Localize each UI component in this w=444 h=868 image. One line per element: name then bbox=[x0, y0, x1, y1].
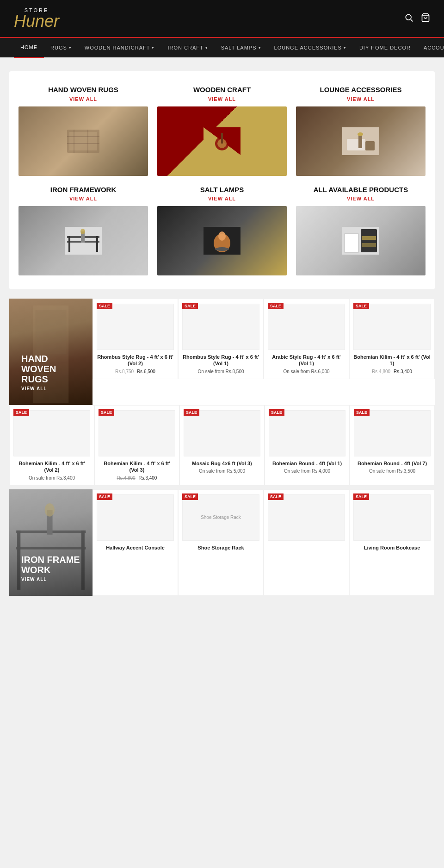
category-img-salt bbox=[157, 206, 287, 275]
product-image bbox=[353, 494, 431, 541]
product-iron-3[interactable]: SALE bbox=[264, 489, 349, 596]
svg-rect-13 bbox=[221, 133, 223, 144]
product-mosaic[interactable]: SALE Mosaic Rug 4x6 ft (Vol 3) On sale f… bbox=[179, 405, 265, 486]
product-shoe-storage[interactable]: SALE Shoe Storage Rack Shoe Storage Rack bbox=[178, 489, 264, 596]
category-title-rugs: HAND WOVEN RUGS bbox=[18, 85, 148, 94]
product-name: Shoe Storage Rack bbox=[182, 544, 259, 551]
chevron-down-icon: ▾ bbox=[152, 45, 154, 50]
rugs-banner[interactable]: HAND WOVEN RUGS VIEW ALL bbox=[9, 299, 92, 405]
svg-rect-34 bbox=[362, 243, 376, 247]
product-image bbox=[268, 494, 345, 541]
svg-rect-33 bbox=[362, 236, 376, 240]
product-img-label: Shoe Storage Rack bbox=[199, 513, 243, 522]
product-round-vol1[interactable]: SALE Bohemian Round - 4ft (Vol 1) On sal… bbox=[265, 405, 350, 486]
svg-rect-22 bbox=[68, 236, 70, 252]
rugs-product-section: HAND WOVEN RUGS VIEW ALL SALE Rhombus St… bbox=[9, 299, 435, 486]
view-all-salt[interactable]: VIEW ALL bbox=[157, 196, 287, 201]
product-image: Shoe Storage Rack bbox=[182, 494, 259, 541]
sale-badge: SALE bbox=[97, 303, 112, 309]
product-name: Rhombus Style Rug - 4 ft' x 6 ft' (Vol 2… bbox=[97, 354, 174, 367]
sale-badge: SALE bbox=[184, 409, 199, 416]
product-name: Bohemian Round - 4ft (Vol 7) bbox=[354, 460, 431, 467]
rugs-banner-viewall[interactable]: VIEW ALL bbox=[21, 386, 80, 391]
product-round-vol7[interactable]: SALE Bohemian Round - 4ft (Vol 7) On sal… bbox=[350, 405, 435, 486]
category-card-salt[interactable]: SALT LAMPS VIEW ALL bbox=[157, 185, 287, 276]
nav-item-account[interactable]: Account bbox=[417, 37, 444, 58]
nav-item-iron[interactable]: IRON CRAFT ▾ bbox=[161, 37, 214, 58]
view-all-wooden[interactable]: VIEW ALL bbox=[157, 96, 287, 102]
category-card-all[interactable]: ALL AVAILABLE PRODUCTS VIEW ALL bbox=[296, 185, 426, 276]
sale-badge: SALE bbox=[182, 493, 198, 500]
svg-line-1 bbox=[411, 19, 413, 21]
category-card-lounge[interactable]: LOUNGE ACCESSORIES VIEW ALL bbox=[296, 85, 426, 176]
sale-badge: SALE bbox=[182, 303, 198, 309]
view-all-rugs[interactable]: VIEW ALL bbox=[18, 96, 148, 102]
product-name: Hallway Accent Console bbox=[97, 544, 174, 551]
rugs-row2: SALE Bohemian Kilim - 4 ft' x 6 ft' (Vol… bbox=[9, 405, 435, 486]
cart-icon[interactable] bbox=[421, 13, 430, 24]
nav-item-rugs[interactable]: RUGS ▾ bbox=[44, 37, 78, 58]
svg-point-42 bbox=[45, 503, 55, 516]
view-all-lounge[interactable]: VIEW ALL bbox=[296, 96, 426, 102]
product-bohemian-vol1[interactable]: SALE Bohemian Kilim - 4 ft' x 6 ft' (Vol… bbox=[349, 299, 435, 379]
search-icon[interactable] bbox=[404, 13, 413, 24]
product-price: On sale from Rs.4,000 bbox=[269, 468, 345, 474]
product-living-room-bookcase[interactable]: SALE Living Room Bookcase bbox=[349, 489, 435, 596]
nav-item-home[interactable]: HOME bbox=[14, 37, 44, 58]
product-hallway-console[interactable]: SALE Hallway Accent Console bbox=[92, 489, 178, 596]
product-rhombus-vol2[interactable]: SALE Rhombus Style Rug - 4 ft' x 6 ft' (… bbox=[92, 299, 178, 379]
product-image bbox=[354, 410, 431, 456]
product-image bbox=[97, 494, 174, 541]
rugs-row1: HAND WOVEN RUGS VIEW ALL SALE Rhombus St… bbox=[9, 299, 435, 405]
rugs-banner-title: HAND WOVEN RUGS bbox=[21, 354, 80, 384]
sale-badge: SALE bbox=[268, 493, 284, 500]
nav-item-wooden[interactable]: WOODEN HANDICRAFT ▾ bbox=[78, 37, 161, 58]
svg-rect-17 bbox=[358, 134, 362, 148]
sale-badge: SALE bbox=[97, 493, 112, 500]
product-bohemian-vol2[interactable]: SALE Bohemian Kilim - 4 ft' x 6 ft' (Vol… bbox=[9, 405, 94, 486]
sale-badge: SALE bbox=[354, 409, 370, 416]
svg-rect-16 bbox=[365, 141, 375, 150]
iron-banner-viewall[interactable]: VIEW ALL bbox=[21, 577, 80, 582]
nav-item-salt[interactable]: SALT LAMPS ▾ bbox=[215, 37, 268, 58]
sale-badge: SALE bbox=[269, 409, 284, 416]
product-name: Mosaic Rug 4x6 ft (Vol 3) bbox=[184, 460, 260, 467]
iron-banner-title: IRON FRAME WORK bbox=[21, 555, 80, 575]
view-all-all[interactable]: VIEW ALL bbox=[296, 196, 426, 201]
product-price: On sale from Rs.6,000 bbox=[268, 369, 345, 374]
sale-badge: SALE bbox=[353, 493, 369, 500]
product-name: Bohemian Kilim - 4 ft' x 6 ft' (Vol 1) bbox=[353, 354, 431, 367]
category-img-lounge bbox=[296, 106, 426, 176]
category-grid: HAND WOVEN RUGS VIEW ALL WOODEN CRAFT VI… bbox=[18, 85, 426, 275]
category-section: HAND WOVEN RUGS VIEW ALL WOODEN CRAFT VI… bbox=[9, 71, 435, 289]
svg-rect-32 bbox=[361, 229, 377, 252]
product-name: Arabic Style Rug - 4 ft' x 6 ft' (Vol 1) bbox=[268, 354, 345, 367]
logo-script: Huner bbox=[14, 13, 59, 30]
product-rhombus-vol1[interactable]: SALE Rhombus Style Rug - 4 ft' x 6 ft' (… bbox=[178, 299, 264, 379]
logo[interactable]: STORE Huner bbox=[14, 7, 59, 30]
category-title-all: ALL AVAILABLE PRODUCTS bbox=[296, 185, 426, 194]
nav-item-lounge[interactable]: LOUNGE ACCESSORIES ▾ bbox=[268, 37, 353, 58]
category-card-wooden[interactable]: WOODEN CRAFT VIEW ALL bbox=[157, 85, 287, 176]
category-card-rugs[interactable]: HAND WOVEN RUGS VIEW ALL bbox=[18, 85, 148, 176]
product-arabic-vol1[interactable]: SALE Arabic Style Rug - 4 ft' x 6 ft' (V… bbox=[264, 299, 349, 379]
nav-item-diy[interactable]: DIY HOME DECOR bbox=[353, 37, 417, 58]
view-all-iron[interactable]: VIEW ALL bbox=[18, 196, 148, 201]
category-card-iron[interactable]: IRON FRAMEWORK VIEW ALL bbox=[18, 185, 148, 276]
new-price: Rs.3,400 bbox=[138, 475, 157, 481]
product-image bbox=[184, 410, 260, 456]
new-price: Rs.6,500 bbox=[137, 369, 155, 374]
iron-banner[interactable]: IRON FRAME WORK VIEW ALL bbox=[9, 489, 92, 596]
category-title-iron: IRON FRAMEWORK bbox=[18, 185, 148, 194]
sale-badge: SALE bbox=[99, 409, 114, 416]
svg-point-0 bbox=[406, 14, 411, 20]
old-price: Rs.8,750 bbox=[115, 369, 134, 374]
product-image bbox=[269, 410, 345, 456]
product-price: Rs.4,800 Rs.3,400 bbox=[353, 369, 431, 374]
product-image bbox=[268, 304, 345, 350]
svg-point-25 bbox=[80, 229, 85, 234]
product-name: Bohemian Round - 4ft (Vol 1) bbox=[269, 460, 345, 467]
product-price: On sale from Rs.3,500 bbox=[354, 468, 431, 474]
product-bohemian-vol3[interactable]: SALE Bohemian Kilim - 4 ft' x 6 ft' (Vol… bbox=[94, 405, 179, 486]
old-price: Rs.4,800 bbox=[372, 369, 390, 374]
